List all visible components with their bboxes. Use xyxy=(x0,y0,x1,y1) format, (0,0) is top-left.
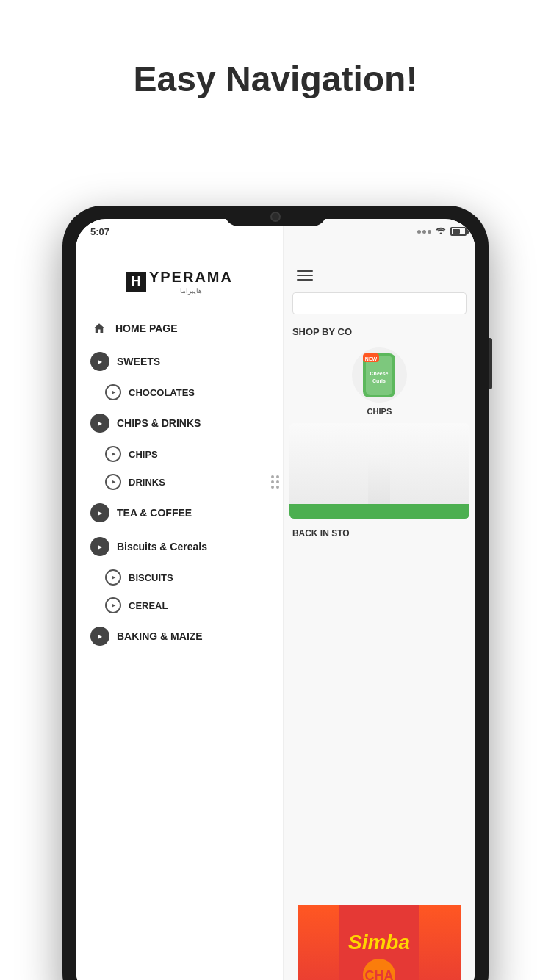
nav-chips-label: CHIPS xyxy=(129,449,158,460)
chips-product-name: CHIPS xyxy=(367,407,392,416)
signal-dots xyxy=(417,230,431,234)
simba-product-area[interactable]: Simba CHA xyxy=(284,905,475,980)
logo-area: H YPERAMA هايبراما xyxy=(76,256,283,312)
nav-item-tea-coffee[interactable]: TEA & COFFEE xyxy=(76,496,283,530)
camera xyxy=(270,212,281,222)
svg-text:NEW: NEW xyxy=(365,356,378,361)
side-button xyxy=(489,338,492,389)
nav-item-chocolates[interactable]: CHOCOLATES xyxy=(76,378,283,406)
product-green-area xyxy=(289,423,469,519)
chocolates-arrow-icon xyxy=(105,384,121,400)
nav-item-baking-maize[interactable]: BAKING & MAIZE xyxy=(76,619,283,653)
chips-product-card[interactable]: NEW Cheese Curls CHIPS xyxy=(284,343,475,420)
hamburger-menu[interactable] xyxy=(284,256,475,288)
logo-arabic: هايبراما xyxy=(149,287,233,295)
nav-cereal-label: CEREAL xyxy=(129,600,168,611)
chips-arrow-icon xyxy=(105,446,121,462)
biscuits-cereals-arrow-icon xyxy=(90,537,109,556)
hamburger-line-3 xyxy=(297,279,313,281)
hamburger-line-2 xyxy=(297,275,313,276)
phone-screen: 5:07 H YPERAMA هايبراما xyxy=(76,219,475,980)
nav-biscuits-label: BISCUITS xyxy=(129,572,173,583)
nav-panel: 5:07 H YPERAMA هايبراما xyxy=(76,219,284,980)
back-in-stock-section: BACK IN STO xyxy=(284,522,475,544)
nav-home-label: HOME PAGE xyxy=(115,323,178,334)
nav-item-biscuits[interactable]: BISCUITS xyxy=(76,563,283,591)
shop-by-category-label: SHOP BY CO xyxy=(284,319,475,343)
chips-drinks-arrow-icon xyxy=(90,414,109,433)
phone-frame: 5:07 H YPERAMA هايبراما xyxy=(62,206,489,980)
sweets-arrow-icon xyxy=(90,352,109,371)
nav-item-drinks[interactable]: DRINKS xyxy=(76,468,283,496)
nav-item-cereal[interactable]: CEREAL xyxy=(76,591,283,619)
nav-item-biscuits-cereals[interactable]: Biscuits & Cereals xyxy=(76,530,283,563)
phone-notch xyxy=(224,206,327,226)
nav-item-sweets[interactable]: SWEETS xyxy=(76,345,283,378)
nav-item-home[interactable]: HOME PAGE xyxy=(76,312,283,345)
baking-maize-arrow-icon xyxy=(90,627,109,646)
svg-text:Curls: Curls xyxy=(372,378,386,383)
cereal-arrow-icon xyxy=(105,597,121,613)
nav-drinks-label: DRINKS xyxy=(129,477,165,488)
home-icon xyxy=(90,320,108,337)
logo-h-letter: H xyxy=(126,272,146,292)
nav-item-chips-drinks[interactable]: CHIPS & DRINKS xyxy=(76,406,283,440)
battery-icon xyxy=(450,227,467,236)
drinks-arrow-icon xyxy=(105,474,121,490)
page-title: Easy Navigation! xyxy=(0,0,551,143)
nav-sweets-label: SWEETS xyxy=(117,356,160,367)
nav-item-chips[interactable]: CHIPS xyxy=(76,440,283,468)
tea-coffee-arrow-icon xyxy=(90,503,109,522)
nav-biscuits-cereals-label: Biscuits & Cereals xyxy=(117,541,207,552)
wifi-icon xyxy=(436,226,446,237)
hamburger-line-1 xyxy=(297,270,313,272)
biscuits-arrow-icon xyxy=(105,569,121,586)
phone-mockup: 5:07 H YPERAMA هايبراما xyxy=(62,206,489,980)
status-time: 5:07 xyxy=(90,226,109,237)
svg-text:CHA: CHA xyxy=(365,968,394,980)
drag-handle xyxy=(271,475,279,489)
nav-chips-drinks-label: CHIPS & DRINKS xyxy=(117,417,201,429)
search-bar[interactable] xyxy=(292,292,467,314)
logo-brand-name: YPERAMA xyxy=(149,269,233,286)
nav-baking-maize-label: BAKING & MAIZE xyxy=(117,630,203,642)
nav-tea-coffee-label: TEA & COFFEE xyxy=(117,507,192,519)
status-bar-right xyxy=(417,226,467,237)
simba-product-image: Simba CHA xyxy=(298,905,461,980)
chips-product-image: NEW Cheese Curls xyxy=(352,347,407,403)
nav-chocolates-label: CHOCOLATES xyxy=(129,387,195,398)
svg-text:Cheese: Cheese xyxy=(370,371,389,376)
svg-text:Simba: Simba xyxy=(348,931,410,954)
shop-panel: SHOP BY CO NEW Cheese xyxy=(284,219,475,980)
back-in-stock-label: BACK IN STO xyxy=(292,528,350,538)
